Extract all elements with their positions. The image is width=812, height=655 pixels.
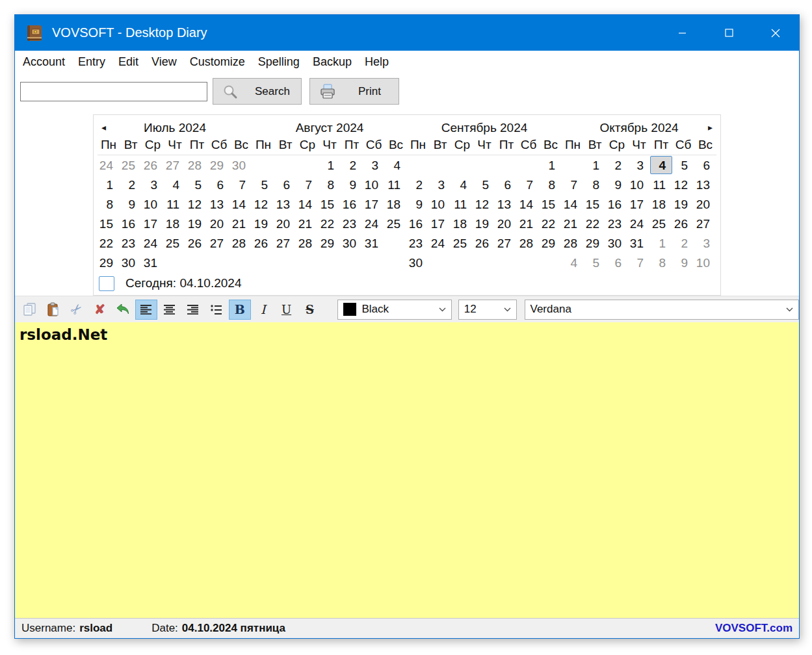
calendar-day-cell[interactable]: 7	[517, 175, 540, 194]
calendar-day-cell[interactable]: 25	[164, 234, 186, 252]
align-left-button[interactable]	[135, 300, 157, 320]
strikethrough-button[interactable]: S	[299, 300, 321, 320]
calendar-day-cell[interactable]: 30	[341, 234, 363, 252]
calendar-day-cell[interactable]: 31	[142, 253, 164, 272]
calendar-day-cell[interactable]: 6	[208, 175, 230, 194]
calendar-day-cell[interactable]: 1	[650, 234, 672, 252]
calendar-day-cell[interactable]: 26	[252, 234, 274, 252]
calendar-day-cell[interactable]: 3	[628, 156, 650, 174]
calendar-day-cell[interactable]: 26	[672, 214, 694, 233]
calendar-day-cell[interactable]: 30	[230, 156, 252, 174]
calendar-day-cell[interactable]: 13	[208, 195, 230, 213]
italic-button[interactable]: I	[252, 300, 274, 320]
calendar-day-cell[interactable]: 21	[562, 214, 584, 233]
calendar-day-cell[interactable]: 21	[517, 214, 540, 233]
cut-button[interactable]: ✂	[66, 300, 88, 320]
menu-entry[interactable]: Entry	[72, 51, 112, 73]
calendar-day-cell[interactable]: 19	[186, 214, 208, 233]
vovsoft-link[interactable]: VOVSOFT.com	[715, 622, 792, 635]
calendar-day-cell[interactable]: 29	[319, 234, 341, 252]
calendar-day-cell[interactable]: 5	[186, 175, 208, 194]
minimize-button[interactable]	[659, 15, 705, 51]
calendar-day-cell[interactable]: 19	[473, 214, 495, 233]
today-label[interactable]: Сегодня: 04.10.2024	[125, 276, 241, 290]
calendar-day-cell[interactable]: 16	[407, 214, 429, 233]
menu-account[interactable]: Account	[16, 51, 72, 73]
calendar-day-cell[interactable]: 17	[142, 214, 164, 233]
calendar-day-cell[interactable]: 1	[319, 156, 341, 174]
menu-help[interactable]: Help	[358, 51, 395, 73]
undo-button[interactable]	[112, 300, 135, 320]
calendar-day-cell[interactable]: 27	[694, 214, 716, 233]
calendar-day-cell[interactable]: 10	[628, 175, 650, 194]
calendar-day-cell[interactable]: 10	[363, 175, 385, 194]
calendar-day-cell[interactable]: 8	[319, 175, 341, 194]
calendar-day-cell[interactable]: 5	[584, 253, 606, 272]
calendar-day-cell[interactable]: 23	[120, 234, 142, 252]
calendar-day-cell[interactable]: 27	[495, 234, 517, 252]
calendar-day-cell[interactable]: 26	[473, 234, 495, 252]
calendar-day-cell[interactable]: 2	[606, 156, 628, 174]
calendar-day-cell[interactable]: 2	[341, 156, 363, 174]
calendar-day-cell[interactable]: 15	[98, 214, 120, 233]
calendar-next-icon[interactable]: ▸	[708, 121, 713, 134]
calendar-day-cell[interactable]: 22	[98, 234, 120, 252]
align-right-button[interactable]	[182, 300, 204, 320]
calendar-day-cell[interactable]: 7	[230, 175, 252, 194]
calendar-day-cell[interactable]: 7	[296, 175, 319, 194]
calendar-day-cell[interactable]: 15	[584, 195, 606, 213]
calendar-day-cell[interactable]: 28	[517, 234, 540, 252]
calendar-day-cell[interactable]: 29	[208, 156, 230, 174]
calendar-day-cell[interactable]: 1	[98, 175, 120, 194]
calendar-day-cell[interactable]: 11	[451, 195, 473, 213]
calendar-day-cell[interactable]: 24	[429, 234, 451, 252]
calendar-day-cell[interactable]: 10	[694, 253, 716, 272]
calendar-day-cell[interactable]: 18	[650, 195, 672, 213]
diary-editor[interactable]: rsload.Net	[15, 322, 799, 618]
calendar-day-cell[interactable]: 22	[540, 214, 562, 233]
calendar-day-cell[interactable]: 9	[606, 175, 628, 194]
calendar-day-cell[interactable]: 25	[385, 214, 407, 233]
calendar-day-cell[interactable]: 21	[296, 214, 319, 233]
calendar-day-cell[interactable]: 19	[252, 214, 274, 233]
search-input[interactable]	[20, 82, 207, 101]
calendar-day-cell[interactable]: 27	[274, 234, 296, 252]
calendar-day-cell[interactable]: 4	[164, 175, 186, 194]
calendar-day-cell[interactable]: 17	[363, 195, 385, 213]
calendar-day-cell[interactable]: 3	[142, 175, 164, 194]
calendar-day-cell[interactable]: 15	[540, 195, 562, 213]
calendar-day-cell[interactable]: 18	[385, 195, 407, 213]
calendar-day-cell[interactable]: 30	[606, 234, 628, 252]
calendar-day-cell[interactable]: 23	[407, 234, 429, 252]
calendar-day-cell[interactable]: 12	[186, 195, 208, 213]
close-button[interactable]	[752, 15, 799, 51]
calendar-day-cell[interactable]: 17	[429, 214, 451, 233]
calendar-day-cell[interactable]: 27	[164, 156, 186, 174]
calendar-day-cell[interactable]: 24	[142, 234, 164, 252]
calendar-day-cell[interactable]: 3	[694, 234, 716, 252]
calendar-day-cell[interactable]: 14	[517, 195, 540, 213]
calendar-day-cell[interactable]: 30	[120, 253, 142, 272]
calendar-day-cell[interactable]: 7	[628, 253, 650, 272]
calendar-day-cell[interactable]: 10	[429, 195, 451, 213]
calendar-day-cell[interactable]: 9	[672, 253, 694, 272]
calendar-day-cell[interactable]: 28	[296, 234, 319, 252]
calendar-day-cell[interactable]: 2	[120, 175, 142, 194]
calendar-day-cell[interactable]: 26	[142, 156, 164, 174]
print-button[interactable]: Print	[309, 78, 399, 105]
menu-customize[interactable]: Customize	[183, 51, 252, 73]
maximize-button[interactable]	[705, 15, 752, 51]
font-color-select[interactable]: Black	[337, 300, 451, 320]
copy-button[interactable]	[19, 300, 41, 320]
calendar-day-cell[interactable]: 20	[694, 195, 716, 213]
calendar-day-cell[interactable]: 2	[672, 234, 694, 252]
calendar-day-cell[interactable]: 30	[407, 253, 429, 272]
delete-button[interactable]: ✘	[89, 300, 111, 320]
calendar-day-cell[interactable]: 9	[341, 175, 363, 194]
underline-button[interactable]: U	[276, 300, 298, 320]
calendar-day-cell[interactable]: 23	[606, 214, 628, 233]
calendar-day-cell[interactable]: 20	[495, 214, 517, 233]
align-center-button[interactable]	[159, 300, 181, 320]
calendar-day-cell[interactable]: 16	[606, 195, 628, 213]
calendar-day-cell[interactable]: 28	[186, 156, 208, 174]
